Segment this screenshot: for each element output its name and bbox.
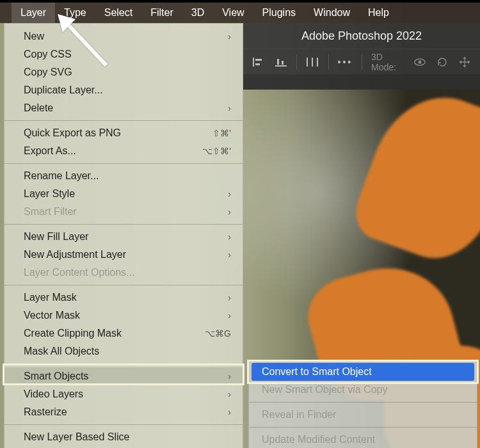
- menu-separator: [249, 427, 477, 428]
- menu-item-new[interactable]: New›: [4, 28, 243, 45]
- menu-item-label: Export As...: [24, 145, 202, 157]
- svg-rect-0: [253, 58, 254, 67]
- chevron-right-icon: ›: [228, 232, 231, 242]
- app-title: Adobe Photoshop 2022: [301, 29, 422, 43]
- svg-rect-7: [312, 58, 313, 67]
- submenu-item-label: Reveal in Finder: [262, 409, 337, 420]
- menu-item-quick-export-as-png[interactable]: Quick Export as PNG⇧⌘': [4, 124, 243, 142]
- menu-item-copy-css[interactable]: Copy CSS: [4, 45, 243, 63]
- menubar: Layer Type Select Filter 3D View Plugins…: [0, 3, 480, 23]
- orbit-icon[interactable]: [413, 54, 427, 70]
- menu-item-label: Smart Filter: [24, 206, 223, 218]
- svg-point-10: [419, 60, 422, 63]
- separator: [296, 54, 297, 70]
- separator: [362, 54, 362, 70]
- menu-item-vector-mask[interactable]: Vector Mask›: [4, 307, 243, 324]
- svg-rect-1: [255, 59, 262, 61]
- menu-3d[interactable]: 3D: [182, 3, 213, 23]
- smart-objects-submenu: Convert to Smart ObjectNew Smart Object …: [248, 360, 477, 448]
- svg-rect-3: [275, 65, 287, 67]
- menu-layer[interactable]: Layer: [12, 3, 55, 23]
- menu-separator: [4, 364, 243, 364]
- menu-item-label: Rename Layer...: [24, 170, 231, 182]
- separator: [328, 54, 329, 70]
- menu-filter[interactable]: Filter: [141, 3, 182, 23]
- menu-item-label: Layer Style: [24, 188, 223, 200]
- menu-item-delete[interactable]: Delete›: [4, 99, 243, 117]
- submenu-item-label: Convert to Smart Object: [262, 366, 372, 378]
- submenu-item-update-modified-content: Update Modified Content: [249, 431, 477, 448]
- menu-item-copy-svg[interactable]: Copy SVG: [4, 63, 243, 81]
- chevron-right-icon: ›: [228, 103, 231, 113]
- menu-item-label: Layer Mask: [24, 292, 223, 303]
- chevron-right-icon: ›: [228, 371, 231, 381]
- distribute-icon[interactable]: [306, 54, 319, 70]
- submenu-item-new-smart-object-via-copy: New Smart Object via Copy: [249, 381, 477, 399]
- menu-item-label: Copy SVG: [24, 67, 231, 78]
- document-bar: [243, 74, 480, 90]
- menu-item-create-clipping-mask[interactable]: Create Clipping Mask⌥⌘G: [4, 324, 243, 342]
- pan-icon[interactable]: [458, 54, 471, 70]
- align-left-icon[interactable]: [252, 54, 266, 70]
- chevron-right-icon: ›: [228, 292, 231, 303]
- menu-item-new-fill-layer[interactable]: New Fill Layer›: [4, 228, 243, 246]
- submenu-item-reveal-in-finder: Reveal in Finder: [249, 406, 477, 424]
- menu-help[interactable]: Help: [359, 3, 398, 23]
- menu-item-label: Layer Content Options...: [24, 267, 231, 278]
- titlebar: Adobe Photoshop 2022: [243, 23, 480, 49]
- menu-item-shortcut: ⇧⌘': [212, 128, 231, 138]
- menu-item-smart-filter: Smart Filter›: [4, 203, 243, 221]
- menu-item-layer-style[interactable]: Layer Style›: [4, 185, 243, 203]
- submenu-item-label: Update Modified Content: [262, 434, 375, 445]
- menu-item-layer-mask[interactable]: Layer Mask›: [4, 289, 243, 307]
- menu-item-label: New Layer Based Slice: [24, 431, 231, 443]
- chevron-right-icon: ›: [228, 389, 231, 399]
- svg-rect-6: [307, 58, 308, 67]
- menu-item-export-as[interactable]: Export As...⌥⇧⌘': [4, 142, 243, 160]
- menu-separator: [4, 424, 243, 425]
- menu-separator: [4, 163, 243, 164]
- mode-label: 3D Mode:: [371, 52, 404, 72]
- menu-item-label: Mask All Objects: [24, 346, 231, 357]
- menu-window[interactable]: Window: [305, 3, 359, 23]
- svg-rect-4: [277, 59, 279, 65]
- menu-item-label: Duplicate Layer...: [24, 84, 231, 96]
- more-options-icon[interactable]: •••: [338, 54, 353, 70]
- menu-separator: [4, 120, 243, 121]
- svg-rect-8: [317, 58, 318, 67]
- chevron-right-icon: ›: [228, 250, 231, 260]
- menu-item-smart-objects[interactable]: Smart Objects›: [4, 367, 243, 385]
- menu-item-mask-all-objects[interactable]: Mask All Objects: [4, 342, 243, 360]
- rotate-icon[interactable]: [436, 54, 449, 70]
- menu-item-shortcut: ⌥⇧⌘': [202, 146, 231, 156]
- align-bottom-icon[interactable]: [275, 54, 288, 70]
- menu-item-layer-content-options: Layer Content Options...: [4, 264, 243, 282]
- menu-separator: [4, 285, 243, 285]
- options-bar: ••• 3D Mode:: [243, 49, 480, 74]
- menu-item-label: New Adjustment Layer: [24, 249, 223, 260]
- menu-item-rasterize[interactable]: Rasterize›: [4, 403, 243, 421]
- svg-rect-2: [255, 63, 260, 65]
- menu-item-label: Copy CSS: [24, 49, 231, 60]
- submenu-item-label: New Smart Object via Copy: [262, 384, 388, 396]
- menu-separator: [249, 402, 477, 403]
- menu-item-new-adjustment-layer[interactable]: New Adjustment Layer›: [4, 246, 243, 264]
- menu-plugins[interactable]: Plugins: [253, 3, 305, 23]
- menu-item-duplicate-layer[interactable]: Duplicate Layer...: [4, 81, 243, 99]
- menu-view[interactable]: View: [213, 3, 253, 23]
- menu-item-label: Video Layers: [24, 388, 223, 400]
- menu-item-label: Create Clipping Mask: [24, 328, 205, 339]
- chevron-right-icon: ›: [228, 189, 231, 199]
- submenu-item-convert-to-smart-object[interactable]: Convert to Smart Object: [252, 363, 474, 381]
- menu-separator: [4, 224, 243, 225]
- chevron-right-icon: ›: [228, 31, 231, 42]
- menu-select[interactable]: Select: [95, 3, 141, 23]
- menu-type[interactable]: Type: [55, 3, 95, 23]
- chevron-right-icon: ›: [228, 310, 231, 321]
- menu-item-new-layer-based-slice[interactable]: New Layer Based Slice: [4, 428, 243, 446]
- chevron-right-icon: ›: [228, 407, 231, 417]
- menu-item-rename-layer[interactable]: Rename Layer...: [4, 167, 243, 185]
- menu-item-label: Rasterize: [24, 406, 223, 418]
- menu-item-video-layers[interactable]: Video Layers›: [4, 385, 243, 403]
- menu-item-label: Vector Mask: [24, 310, 223, 321]
